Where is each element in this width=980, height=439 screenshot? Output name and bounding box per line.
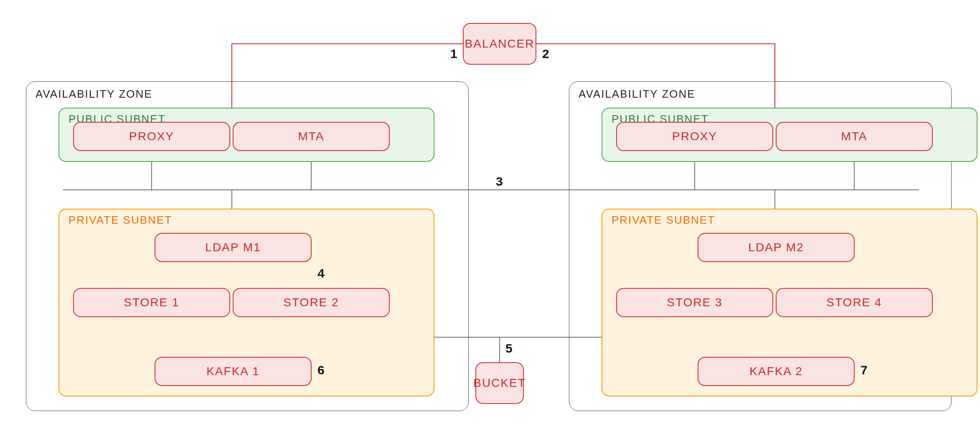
callout-7: 7 — [861, 363, 868, 377]
az2-ldap-label: LDAP M2 — [748, 241, 804, 254]
callout-5: 5 — [505, 341, 513, 356]
bucket-label: BUCKET — [473, 376, 526, 390]
az2-proxy-label: PROXY — [672, 130, 717, 143]
az2-store4-node: STORE 4 — [776, 288, 933, 317]
az2-proxy-node: PROXY — [616, 122, 773, 151]
az2-store4-label: STORE 4 — [826, 296, 882, 309]
az2-mta-node: MTA — [776, 122, 933, 151]
az1-store1-label: STORE 1 — [124, 296, 179, 309]
az2-title: AVAILABILITY ZONE — [579, 88, 696, 101]
bucket-node: BUCKET — [475, 362, 524, 404]
az2-store3-label: STORE 3 — [667, 296, 722, 309]
az1-ldap-label: LDAP M1 — [205, 241, 261, 254]
callout-2: 2 — [542, 47, 549, 61]
az1-private-label: PRIVATE SUBNET — [69, 214, 172, 227]
callout-1: 1 — [450, 47, 457, 61]
balancer-label: BALANCER — [465, 37, 535, 50]
az1-proxy-label: PROXY — [129, 130, 174, 143]
az1-mta-label: MTA — [298, 130, 324, 143]
az1-mta-node: MTA — [233, 122, 390, 151]
az1-kafka-label: KAFKA 1 — [206, 365, 260, 378]
callout-3: 3 — [496, 174, 503, 189]
callout-4: 4 — [317, 266, 325, 280]
az2-store3-node: STORE 3 — [616, 288, 773, 317]
az1-proxy-node: PROXY — [73, 122, 230, 151]
az2-mta-label: MTA — [841, 130, 867, 143]
balancer-node: BALANCER — [463, 23, 536, 65]
az2-kafka-node: KAFKA 2 — [698, 357, 855, 386]
az2-private-label: PRIVATE SUBNET — [612, 214, 715, 227]
az1-kafka-node: KAFKA 1 — [155, 357, 312, 386]
az1-store2-label: STORE 2 — [283, 296, 339, 309]
callout-6: 6 — [317, 363, 325, 377]
az1-store1-node: STORE 1 — [73, 288, 230, 317]
az1-title: AVAILABILITY ZONE — [36, 88, 152, 101]
az1-ldap-node: LDAP M1 — [155, 233, 312, 262]
az2-kafka-label: KAFKA 2 — [749, 365, 803, 378]
az2-ldap-node: LDAP M2 — [698, 233, 855, 262]
az1-store2-node: STORE 2 — [233, 288, 390, 317]
